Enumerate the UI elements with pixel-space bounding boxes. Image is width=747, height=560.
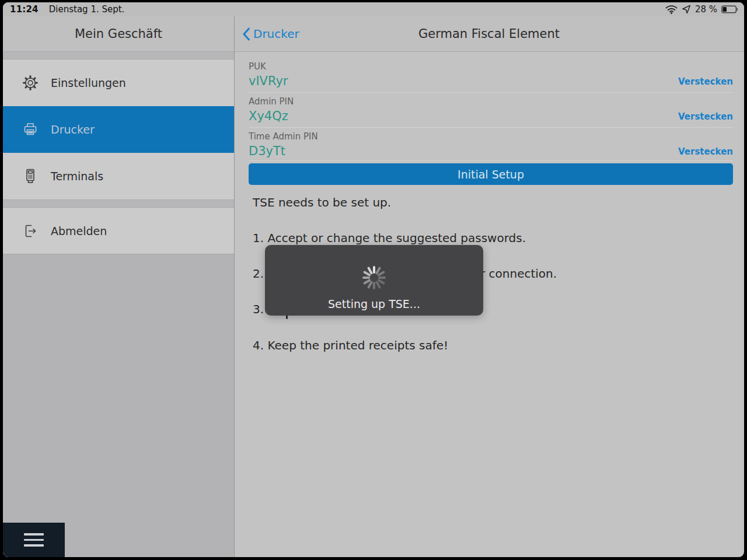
sidebar: Einstellungen Drucker Terminals <box>3 51 234 557</box>
sidebar-item-label: Abmelden <box>51 225 107 237</box>
field-divider <box>249 160 733 161</box>
field-divider <box>249 92 733 93</box>
field-label-admin-pin: Admin PIN <box>249 96 294 107</box>
step-text-suffix: r connection. <box>480 267 557 281</box>
card-terminal-icon <box>22 167 39 185</box>
verstecken-link-admin-pin[interactable]: Verstecken <box>678 111 733 122</box>
instructions-intro: TSE needs to be set up. <box>253 195 391 209</box>
progress-modal: Setting up TSE... <box>265 245 483 316</box>
sidebar-separator <box>3 200 234 208</box>
sidebar-item-terminals[interactable]: Terminals <box>3 153 234 200</box>
hamburger-menu-icon <box>24 544 44 547</box>
initial-setup-button[interactable]: Initial Setup <box>249 163 733 185</box>
sidebar-item-label: Einstellungen <box>51 76 126 89</box>
step-text: 1. Accept or change the suggested passwo… <box>253 231 526 245</box>
field-label-puk: PUK <box>249 61 266 72</box>
instruction-step-4: 4. Keep the printed receipts safe! <box>253 338 737 354</box>
step-text: 2. <box>253 267 264 281</box>
field-value-admin-pin: Xy4Qz <box>249 109 288 123</box>
status-indicators: 28 % <box>665 4 744 15</box>
back-button[interactable]: Drucker <box>242 16 299 51</box>
sidebar-item-abmelden[interactable]: Abmelden <box>3 208 234 254</box>
sidebar-item-label: Terminals <box>51 170 103 183</box>
back-button-label: Drucker <box>253 27 299 41</box>
sidebar-separator <box>3 51 234 60</box>
hamburger-menu-icon <box>24 539 44 541</box>
app-screen: 11:24 Dienstag 1. Sept. 28 % <box>3 2 744 557</box>
step-text: 3. <box>253 302 264 316</box>
hamburger-menu-icon <box>24 533 44 536</box>
hamburger-menu-button[interactable] <box>3 523 65 557</box>
battery-percent: 28 % <box>695 4 717 15</box>
header-band: Mein Geschäft German Fiscal Element Druc… <box>3 16 744 52</box>
status-date: Dienstag 1. Sept. <box>49 4 125 15</box>
field-value-time-admin-pin: D3yTt <box>249 144 285 158</box>
gear-icon <box>22 74 39 92</box>
chevron-left-icon <box>242 27 250 41</box>
page-title: German Fiscal Element <box>234 16 744 51</box>
activity-spinner-icon <box>361 264 388 291</box>
field-value-puk: vIVRyr <box>249 74 288 88</box>
battery-icon <box>721 5 738 13</box>
status-time: 11:24 <box>10 4 39 15</box>
sidebar-item-label: Drucker <box>51 123 95 136</box>
wifi-icon <box>665 5 678 14</box>
status-bar: 11:24 Dienstag 1. Sept. 28 % <box>3 2 744 16</box>
sidebar-title: Mein Geschäft <box>3 16 234 51</box>
sidebar-item-drucker[interactable]: Drucker <box>3 106 234 153</box>
printer-icon <box>22 121 39 138</box>
location-icon <box>682 5 691 14</box>
step-text: 4. Keep the printed receipts safe! <box>253 338 448 352</box>
field-label-time-admin-pin: Time Admin PIN <box>249 131 318 142</box>
verstecken-link-time-admin-pin[interactable]: Verstecken <box>678 146 733 157</box>
instruction-step-1: 1. Accept or change the suggested passwo… <box>253 231 737 246</box>
progress-modal-message: Setting up TSE... <box>265 298 483 310</box>
sidebar-item-einstellungen[interactable]: Einstellungen <box>3 60 234 106</box>
sidebar-content-divider <box>234 2 235 557</box>
verstecken-link-puk[interactable]: Verstecken <box>678 76 733 87</box>
field-divider <box>249 127 733 128</box>
logout-icon <box>22 222 39 240</box>
